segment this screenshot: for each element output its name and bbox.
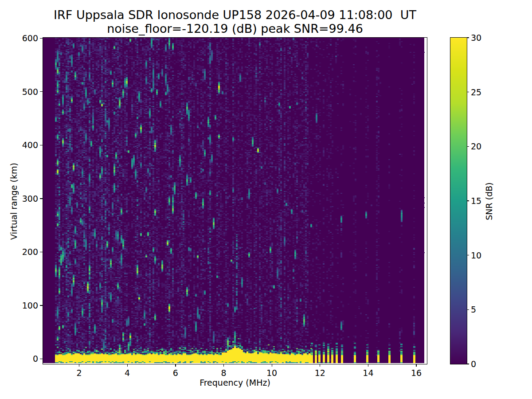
colorbar-tick-label: 10 xyxy=(471,250,493,260)
colorbar-tick-label: 20 xyxy=(471,141,493,151)
colorbar-tick-label: 5 xyxy=(471,305,493,314)
x-tick-mark xyxy=(79,364,79,367)
y-tick-mark xyxy=(40,359,43,359)
y-tick-mark xyxy=(40,305,43,305)
y-tick-mark xyxy=(40,198,43,199)
x-tick-label: 16 xyxy=(403,368,430,378)
x-tick-mark xyxy=(175,364,176,367)
colorbar-tick-label: 25 xyxy=(471,87,493,97)
y-tick-label: 500 xyxy=(12,87,38,97)
x-tick-mark xyxy=(368,364,368,367)
ionogram-figure: IRF Uppsala SDR Ionosonde UP158 2026-04-… xyxy=(0,0,532,399)
y-tick-label: 100 xyxy=(12,301,38,310)
x-tick-label: 8 xyxy=(210,368,237,378)
page-title: IRF Uppsala SDR Ionosonde UP158 2026-04-… xyxy=(43,8,427,22)
x-tick-mark xyxy=(416,364,416,367)
y-tick-label: 200 xyxy=(12,247,38,257)
y-tick-mark xyxy=(40,252,43,252)
x-tick-label: 14 xyxy=(355,368,381,378)
ionogram-heatmap-canvas xyxy=(43,38,427,364)
y-tick-label: 400 xyxy=(12,140,38,150)
x-tick-mark xyxy=(223,364,224,367)
y-tick-mark xyxy=(40,145,43,145)
plot-area xyxy=(43,37,427,364)
x-axis-label: Frequency (MHz) xyxy=(43,378,427,387)
y-tick-mark xyxy=(40,38,43,39)
x-tick-mark xyxy=(272,364,272,367)
y-tick-mark xyxy=(40,91,43,92)
colorbar-tick-label: 0 xyxy=(471,359,493,369)
y-tick-label: 0 xyxy=(12,354,38,364)
colorbar xyxy=(450,37,467,364)
x-tick-label: 10 xyxy=(258,368,285,378)
x-tick-label: 12 xyxy=(307,368,333,378)
y-tick-label: 600 xyxy=(12,33,38,43)
x-tick-mark xyxy=(127,364,128,367)
x-tick-mark xyxy=(320,364,320,367)
x-tick-label: 2 xyxy=(66,368,92,378)
x-tick-label: 6 xyxy=(162,368,189,378)
page-subtitle: noise_floor=-120.19 (dB) peak SNR=99.46 xyxy=(43,22,427,35)
y-axis-label: Virtual range (km) xyxy=(9,157,19,246)
x-tick-label: 4 xyxy=(114,368,141,378)
colorbar-label: SNR (dB) xyxy=(484,157,494,246)
colorbar-tick-label: 30 xyxy=(471,33,493,43)
